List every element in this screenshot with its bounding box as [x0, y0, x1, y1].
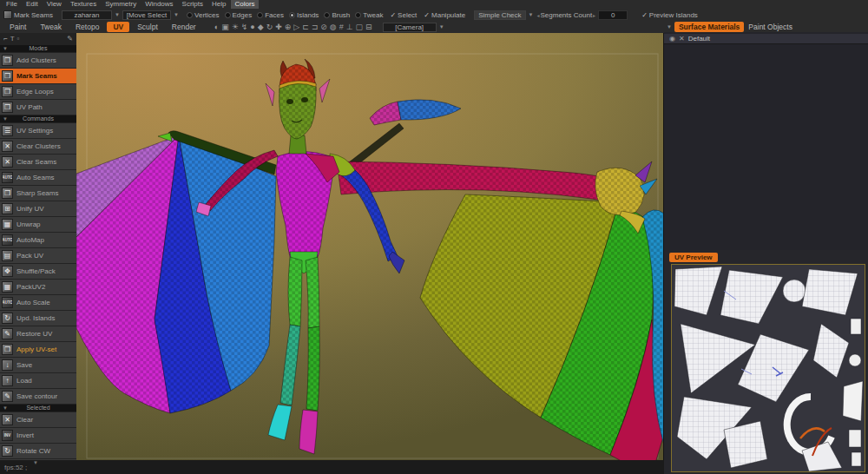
radio-edges[interactable] [225, 12, 231, 18]
menu-item-help[interactable]: Help [208, 0, 229, 9]
uv-preview-canvas[interactable] [671, 264, 865, 472]
sidebar-item-clear-seams[interactable]: ✕Clear Seams [0, 155, 76, 169]
sidebar-item-unify-uv[interactable]: ⊞Unify UV [0, 201, 76, 216]
rect-select-icon[interactable]: ▫ [17, 35, 20, 43]
segments-spin-right[interactable]: ▸ [593, 12, 595, 18]
sidebar-item-auto-seams[interactable]: AUTOAuto Seams [0, 170, 76, 185]
radio-tweak[interactable] [355, 12, 361, 18]
sidebar-item-mark-seams[interactable]: ❒Mark Seams [0, 69, 76, 83]
camera-dropdown[interactable]: [Camera] [383, 23, 437, 32]
radio-faces[interactable] [257, 12, 263, 18]
menu-item-colors[interactable]: Colors [231, 0, 258, 9]
menu-item-edit[interactable]: Edit [23, 0, 42, 9]
transform-dropdown-arrow[interactable]: ▼ [174, 12, 179, 17]
sidebar-item-save[interactable]: ↓Save [0, 358, 76, 372]
pen-icon[interactable]: ✎ [67, 35, 73, 43]
zoom-icon[interactable]: ⊕ [285, 22, 292, 32]
panel-collapse-icon[interactable]: ▼ [667, 24, 672, 30]
visibility-icon[interactable]: ◉ [669, 35, 675, 43]
checkbox-select[interactable]: ✓ [390, 11, 396, 19]
menu-item-scripts[interactable]: Scripts [179, 0, 207, 9]
menu-item-view[interactable]: View [43, 0, 65, 9]
delete-material-icon[interactable]: ✕ [679, 35, 685, 43]
menu-item-symmetry[interactable]: Symmetry [102, 0, 140, 9]
sidebar-item-shuffle-pack[interactable]: ✥Shuffle/Pack [0, 264, 76, 279]
ortho-icon[interactable]: ⊥ [346, 22, 353, 32]
uv-preview-tab[interactable]: UV Preview [669, 253, 718, 262]
segments-value-field[interactable]: 0 [598, 10, 628, 20]
snap-left-icon[interactable]: ⊏ [302, 22, 309, 32]
camera-dropdown-arrow[interactable]: ▼ [439, 24, 444, 30]
sidebar-item-save-contour[interactable]: ✎Save contour [0, 389, 76, 404]
play-icon[interactable]: ▷ [293, 22, 299, 32]
room-tab-uv[interactable]: UV [107, 22, 129, 32]
menu-item-textures[interactable]: Textures [67, 0, 100, 9]
sidebar-item-unwrap[interactable]: ▦Unwrap [0, 217, 76, 232]
sidebar-item-packuv2[interactable]: ▦PackUV2 [0, 280, 76, 294]
sidebar-item-automap[interactable]: AUTOAutoMap [0, 233, 76, 247]
radio-islands[interactable] [289, 12, 295, 18]
sidebar-item-edge-loops[interactable]: ❒Edge Loops [0, 84, 76, 99]
preset-dropdown[interactable]: zaharan [62, 10, 112, 20]
transform-dropdown[interactable]: [Move Select [122, 10, 171, 20]
contrast-icon[interactable]: ◐ [214, 22, 219, 32]
grid-icon[interactable]: # [339, 22, 344, 32]
section-collapse-icon[interactable]: ▼ [3, 45, 8, 52]
menu-item-windows[interactable]: Windows [141, 0, 176, 9]
radio-brush[interactable] [324, 12, 330, 18]
viewport-3d[interactable] [76, 33, 664, 467]
snap-right-icon[interactable]: ⊐ [312, 22, 319, 32]
room-tab-render[interactable]: Render [166, 22, 202, 32]
segments-spin-left[interactable]: ◂ [537, 12, 540, 18]
sidebar-scroll-arrow[interactable]: ▼ [33, 460, 38, 465]
text-icon[interactable]: T [10, 35, 15, 43]
sidebar-item-apply-uv-set[interactable]: ❒Apply UV-set [0, 342, 76, 357]
lasso-icon[interactable]: ⌐ [3, 35, 8, 43]
sidebar-item-restore-uv[interactable]: ✎Restore UV [0, 326, 76, 341]
section-collapse-icon[interactable]: ▼ [3, 405, 8, 411]
checkbox-manipulate[interactable]: ✓ [424, 11, 430, 19]
sidebar-item-upd-islands[interactable]: ↻Upd. Islands [0, 311, 76, 326]
panel-tab-surface-materials[interactable]: Surface Materials [674, 22, 744, 32]
stamp-icon[interactable]: ◆ [258, 22, 264, 32]
pose-icon[interactable]: ↯ [241, 22, 248, 32]
check-mode-dropdown[interactable]: Simple Check [474, 10, 525, 20]
radio-vertices[interactable] [187, 12, 193, 18]
brush-tool-icon[interactable] [3, 10, 12, 19]
frame-icon[interactable]: ▢ [356, 22, 364, 32]
sidebar-item-uv-path[interactable]: ❒UV Path [0, 100, 76, 115]
room-tab-retopo[interactable]: Retopo [69, 22, 105, 32]
wireframe-icon[interactable]: ◍ [330, 22, 337, 32]
sidebar-item-add-clusters[interactable]: ❒Add Clusters [0, 53, 76, 68]
menu-item-file[interactable]: File [3, 0, 21, 9]
panel-tab-paint-objects[interactable]: Paint Objects [744, 22, 797, 32]
sidebar-item-invert[interactable]: INVInvert [0, 428, 76, 443]
rotate-view-icon[interactable]: ↻ [266, 22, 273, 32]
light-icon[interactable]: ☀ [232, 22, 239, 32]
material-row[interactable]: ◉ ✕ Default [664, 34, 868, 44]
sidebar-item-clear[interactable]: ✕Clear [0, 412, 76, 427]
room-tab-paint[interactable]: Paint [3, 22, 32, 32]
sidebar-item-sharp-seams[interactable]: ❒Sharp Seams [0, 186, 76, 201]
sidebar-item-pack-uv[interactable]: ▤Pack UV [0, 248, 76, 263]
section-header-selected[interactable]: ▼Selected [0, 405, 76, 411]
background-icon[interactable]: ▣ [221, 22, 229, 32]
preview-islands-check[interactable]: ✓ [641, 11, 648, 19]
section-header-modes[interactable]: ▼Modes [0, 45, 76, 52]
sidebar-item-rotate-cw[interactable]: ↻Rotate CW [0, 444, 76, 458]
preset-dropdown-arrow[interactable]: ▼ [115, 12, 120, 17]
room-tab-sculpt[interactable]: Sculpt [131, 22, 164, 32]
section-collapse-icon[interactable]: ▼ [3, 115, 8, 122]
material-drop-icon[interactable]: ● [250, 22, 254, 32]
room-tab-tweak[interactable]: Tweak [34, 22, 68, 32]
sidebar-item-clear-clusters[interactable]: ✕Clear Clusters [0, 139, 76, 154]
check-mode-arrow[interactable]: ▼ [529, 12, 534, 17]
disable-icon[interactable]: ⊘ [320, 22, 327, 32]
sidebar-item-auto-scale[interactable]: AUTOAuto Scale [0, 295, 76, 310]
split-view-icon[interactable]: ⊟ [365, 22, 372, 32]
section-header-commands[interactable]: ▼Commands [0, 115, 76, 122]
move-view-icon[interactable]: ✚ [275, 22, 282, 32]
sidebar-item-load[interactable]: ↑Load [0, 373, 76, 388]
sidebar-item-uv-settings[interactable]: ☰UV Settings [0, 123, 76, 138]
demon-model[interactable] [76, 59, 664, 467]
